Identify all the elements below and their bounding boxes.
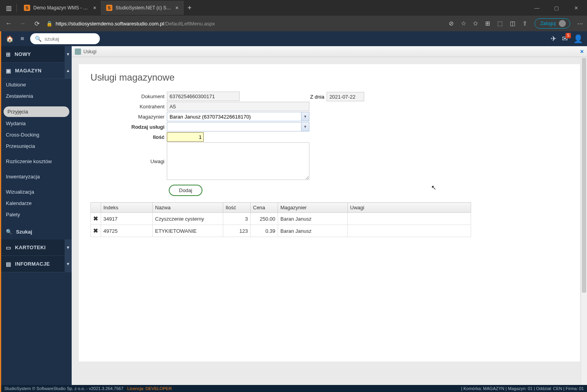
tab-icon	[75, 49, 81, 55]
table-row[interactable]: ✖ 49725 ETYKIETOWANIE 123 0.39 Baran Jan…	[91, 225, 471, 237]
rodzaj-input[interactable]	[167, 122, 302, 131]
th-uwagi[interactable]: Uwagi	[348, 203, 471, 213]
chevron-down-icon[interactable]: ▼	[302, 122, 309, 131]
cell-uwagi	[348, 213, 471, 225]
kontrahent-field	[167, 102, 309, 111]
app-top-bar: 🏠 ≡ 🔍 ✈ ✉5 👤	[0, 31, 587, 46]
sidebar-item-kalendarze[interactable]: Kalendarze	[1, 198, 72, 209]
sidebar-item-crossdocking[interactable]: Cross-Docking	[1, 129, 72, 140]
add-button[interactable]: Dodaj	[169, 185, 202, 196]
chevron-down-icon[interactable]: ▾	[65, 256, 72, 272]
search-icon: 🔍	[6, 229, 12, 235]
form-panel: Usługi magazynowe Dokument Z dnia Kontra…	[79, 64, 580, 361]
document-icon: ▤	[6, 261, 11, 267]
th-indeks[interactable]: Indeks	[101, 203, 153, 213]
browser-tab[interactable]: S Demo Magazyn WMS - Demo o ×	[19, 1, 101, 15]
url-field[interactable]: 🔒 https://studiosystemdemo.softwarestudi…	[46, 21, 215, 27]
zdnia-field	[327, 92, 364, 101]
new-tab-button[interactable]: +	[184, 4, 195, 12]
extensions-icon[interactable]: ⬚	[497, 20, 503, 27]
sidebar-item-przesuniecia[interactable]: Przesunięcia	[1, 140, 72, 152]
more-icon[interactable]: ⋯	[577, 20, 583, 27]
label-uwagi: Uwagi	[90, 158, 167, 164]
sidebar-item-rozliczenie[interactable]: Rozliczenie kosztów	[1, 156, 72, 167]
reload-icon[interactable]: ⟳	[32, 20, 42, 27]
close-icon[interactable]: ×	[93, 5, 96, 11]
chevron-down-icon[interactable]: ▾	[65, 46, 72, 63]
content-tab-bar: Usługi ✕	[72, 46, 587, 57]
send-icon[interactable]: ✈	[551, 34, 556, 43]
tracking-icon[interactable]: ⊘	[449, 20, 454, 27]
collections-icon[interactable]: ⊞	[485, 20, 490, 27]
delete-row-icon[interactable]: ✖	[91, 225, 101, 237]
menu-toggle-icon[interactable]: ≡	[18, 34, 27, 43]
favorites-bar-icon[interactable]: ✩	[473, 20, 478, 27]
magazynier-combo[interactable]: ▼	[167, 112, 309, 121]
sidebar-item-zestawienia[interactable]: Zestawienia	[1, 90, 72, 102]
home-icon[interactable]: 🏠	[5, 34, 14, 43]
sidebar-section-kartoteki[interactable]: ▭ KARTOTEKI ▾	[1, 239, 72, 256]
browser-tab[interactable]: S StudioSystem.NET (c) SoftwareSt ×	[101, 1, 184, 15]
th-ilosc[interactable]: Ilość	[223, 203, 251, 213]
mail-icon[interactable]: ✉5	[562, 34, 568, 43]
plus-icon: ⊞	[6, 51, 11, 58]
page-title: Usługi magazynowe	[90, 72, 568, 83]
tab-title: StudioSystem.NET (c) SoftwareSt	[116, 5, 172, 11]
chevron-up-icon[interactable]: ▴	[65, 63, 72, 79]
label-magazynier: Magazynier	[90, 114, 167, 120]
chevron-down-icon[interactable]: ▼	[302, 112, 309, 121]
back-icon[interactable]: ←	[4, 20, 13, 27]
browser-address-bar: ← → ⟳ 🔒 https://studiosystemdemo.softwar…	[0, 16, 587, 31]
vertical-scrollbar[interactable]	[581, 57, 587, 385]
dokument-field	[167, 92, 240, 101]
login-button[interactable]: Zaloguj	[535, 18, 570, 29]
forward-icon[interactable]: →	[18, 20, 27, 27]
user-icon[interactable]: 👤	[573, 34, 583, 43]
th-magazynier[interactable]: Magazynier	[278, 203, 348, 213]
ilosc-input[interactable]	[167, 132, 204, 142]
label-kontrahent: Kontrahent	[90, 104, 167, 110]
card-icon: ▭	[6, 245, 11, 251]
maximize-icon[interactable]: ▢	[549, 5, 564, 11]
sidebar-item-ulubione[interactable]: Ulubione	[1, 79, 72, 90]
reader-icon[interactable]: ◫	[510, 20, 515, 27]
status-left: StudioSystem © SoftwareStudio Sp. z o.o.…	[4, 386, 123, 391]
th-cena[interactable]: Cena	[251, 203, 278, 213]
scrollbar-thumb[interactable]	[582, 58, 586, 293]
share-icon[interactable]: ⇪	[522, 20, 527, 27]
sidebar-item-wizualizacja[interactable]: Wizualizacja	[1, 186, 72, 198]
cell-indeks: 34917	[101, 213, 153, 225]
lock-icon: 🔒	[46, 21, 52, 27]
search-input-wrapper[interactable]: 🔍	[30, 33, 100, 44]
sidebar-item-wydania[interactable]: Wydania	[1, 118, 72, 129]
sidebar-section-informacje[interactable]: ▤ INFORMACJE ▾	[1, 256, 72, 272]
sidebar-item-przyjecia[interactable]: Przyjęcia	[4, 106, 69, 117]
close-tab-icon[interactable]: ✕	[580, 49, 584, 54]
magazynier-input[interactable]	[167, 112, 302, 121]
status-bar: StudioSystem © SoftwareStudio Sp. z o.o.…	[0, 385, 587, 392]
rodzaj-combo[interactable]: ▼	[167, 122, 309, 131]
favorite-icon[interactable]: ☆	[461, 20, 466, 27]
close-window-icon[interactable]: ✕	[568, 5, 584, 11]
sidebar-label: INFORMACJE	[15, 261, 50, 267]
th-nazwa[interactable]: Nazwa	[153, 203, 223, 213]
avatar-icon	[559, 20, 566, 27]
search-input[interactable]	[45, 36, 95, 42]
close-icon[interactable]: ×	[175, 5, 179, 11]
label-ilosc: Ilość	[90, 134, 167, 140]
warehouse-icon: ▣	[6, 68, 11, 74]
sidebar-item-szukaj[interactable]: 🔍 Szukaj	[1, 224, 72, 239]
url-path: /DefaultLeftMenu.aspx	[164, 21, 215, 27]
sidebar-section-magazyn[interactable]: ▣ MAGAZYN ▴	[1, 63, 72, 79]
sidebar-item-inwentaryzacja[interactable]: Inwentaryzacja	[1, 171, 72, 182]
uwagi-textarea[interactable]	[167, 142, 309, 180]
sidebar-section-nowy[interactable]: ⊞ NOWY ▾	[1, 46, 72, 63]
sidebar-item-palety[interactable]: Palety	[1, 209, 72, 220]
chevron-down-icon[interactable]: ▾	[65, 239, 72, 256]
tab-actions-icon[interactable]: ▥	[3, 2, 14, 13]
th-delete	[91, 203, 101, 213]
minimize-icon[interactable]: —	[529, 5, 545, 11]
cell-cena: 0.39	[251, 225, 278, 237]
delete-row-icon[interactable]: ✖	[91, 213, 101, 225]
table-row[interactable]: ✖ 34917 Czyszczenie cysterny 3 250.00 Ba…	[91, 213, 471, 225]
